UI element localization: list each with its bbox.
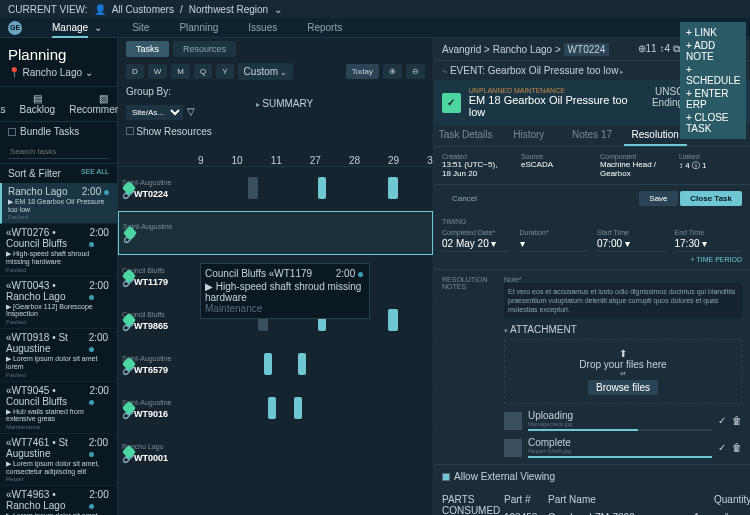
gantt-row[interactable]: Saint-Augustine🔗WT6579 — [118, 343, 433, 387]
user-icon: 👤 — [94, 4, 106, 15]
note-text[interactable]: Et vero eos et accusamus et iusto odio d… — [504, 283, 742, 318]
nav-planning[interactable]: Planning — [179, 18, 218, 37]
timing-field[interactable]: Duration* ▾ — [520, 229, 588, 252]
view-tasks[interactable]: ▦Tasks — [0, 93, 6, 115]
timing-field[interactable]: End Time17:30 ▾ — [675, 229, 743, 252]
view-backlog[interactable]: ▤Backlog — [20, 93, 56, 115]
maintenance-type: UNPLANNED MAINTENANCE — [469, 87, 637, 94]
part-row: 123458Gearbox LZM-73001 ⌄🗑 — [504, 509, 742, 515]
check-icon: ✓ — [442, 93, 461, 113]
gantt-panel: Tasks Resources D W M Q Y Custom ⌄ Today… — [118, 38, 434, 515]
breadcrumb[interactable]: Avangrid > Rancho Lago > — [442, 44, 561, 55]
cancel-button[interactable]: Cancel — [442, 191, 487, 206]
upload-icon: ⬆ — [513, 348, 733, 359]
detail-panel: Avangrid > Rancho Lago > WT0224 ⊕11 ↕4 ⧉… — [434, 38, 750, 515]
action-item[interactable]: + SCHEDULE — [684, 63, 742, 87]
action-item[interactable]: + LINK — [684, 26, 742, 39]
tab-resources[interactable]: Resources — [173, 41, 236, 57]
timing-field[interactable]: Completed Date*02 May 20 ▾ — [442, 229, 510, 252]
delete-icon[interactable]: 🗑 — [732, 415, 742, 426]
range-custom[interactable]: Custom ⌄ — [238, 63, 294, 80]
tab-tasks[interactable]: Tasks — [126, 41, 169, 57]
gantt-row[interactable]: Saint-Augustine🔗WT0224 — [118, 167, 433, 211]
task-item[interactable]: «WT0918 • St Augustine2:00 ▶ Lorem ipsum… — [0, 329, 117, 381]
chevron-down-icon[interactable]: ⌄ — [85, 67, 93, 78]
range-year[interactable]: Y — [216, 64, 233, 79]
detail-tab[interactable]: Notes 17 — [560, 125, 623, 146]
task-item[interactable]: «WT0043 • Rancho Lago2:00 ▶ [Gearbox 112… — [0, 277, 117, 329]
wt-badge: WT0224 — [564, 43, 610, 56]
range-quarter[interactable]: Q — [194, 64, 212, 79]
search-input[interactable] — [8, 145, 109, 159]
backlog-icon: ▤ — [20, 93, 56, 104]
page-subtitle: Rancho Lago — [23, 67, 83, 78]
nav-manage[interactable]: Manage — [52, 18, 88, 37]
customers-dropdown[interactable]: All Customers — [112, 4, 174, 15]
detail-tab[interactable]: Task Details — [434, 125, 497, 146]
range-week[interactable]: W — [148, 64, 168, 79]
parts-header: Part #Part NameQuantity — [504, 494, 742, 505]
ge-logo: GE — [8, 21, 22, 35]
upload-item: CompleteRepair-Shaft.jpg✓🗑 — [504, 437, 742, 458]
chevron-down-icon[interactable]: ⌄ — [94, 22, 102, 33]
tasks-icon: ▦ — [0, 93, 6, 104]
see-all-link[interactable]: SEE ALL — [81, 168, 109, 179]
actions-menu: + LINK+ ADD NOTE+ SCHEDULE+ ENTER ERP+ C… — [680, 22, 746, 139]
range-month[interactable]: M — [171, 64, 190, 79]
event-title: EM 18 Gearbox Oil Pressure too low — [469, 94, 637, 118]
gantt-row[interactable]: Saint-Augustine🔗 — [118, 211, 433, 255]
detail-tab[interactable]: History — [497, 125, 560, 146]
task-item[interactable]: Rancho Lago2:00 ▶ EM 18 Gearbox Oil Pres… — [0, 183, 117, 224]
add-time-period[interactable]: + TIME PERIOD — [442, 256, 742, 263]
file-dropzone[interactable]: ⬆ Drop your files here or Browse files — [504, 339, 742, 404]
region-dropdown[interactable]: Northwest Region — [189, 4, 268, 15]
check-icon: ✓ — [718, 442, 726, 453]
action-item[interactable]: + CLOSE TASK — [684, 111, 742, 135]
gantt-date-header: 910112728293012345678910 — [118, 139, 433, 167]
groupby-select[interactable]: Site/As... — [126, 105, 183, 120]
current-view-bar: CURRENT VIEW: 👤 All Customers / Northwes… — [0, 0, 750, 18]
browse-files-button[interactable]: Browse files — [588, 380, 658, 395]
delete-icon[interactable]: 🗑 — [732, 442, 742, 453]
sort-filter[interactable]: Sort & Filter — [8, 168, 61, 179]
zoom-in-icon[interactable]: ⊕ — [383, 64, 402, 79]
meta-row: Created13:51 (UTC−5), 18 Jun 20SourceeSC… — [434, 147, 750, 185]
zoom-out-icon[interactable]: ⊖ — [406, 64, 425, 79]
upload-item: UploadingManagement.jpg✓🗑 — [504, 410, 742, 431]
task-item[interactable]: «WT9045 • Council Bluffs2:00 ▶ Hub walls… — [0, 382, 117, 434]
gantt-row[interactable]: Rancho Lago🔗WT0001 — [118, 431, 433, 475]
nav-site[interactable]: Site — [132, 18, 149, 37]
task-item[interactable]: «WT7461 • St Augustine2:00 ▶ Lorem ipsum… — [0, 434, 117, 486]
close-task-button[interactable]: Close Task — [680, 191, 742, 206]
task-list: Rancho Lago2:00 ▶ EM 18 Gearbox Oil Pres… — [0, 183, 117, 515]
nav-issues[interactable]: Issues — [248, 18, 277, 37]
filter-icon[interactable]: ▽ — [187, 106, 195, 117]
save-button[interactable]: Save — [639, 191, 677, 206]
chevron-down-icon: ⌄ — [274, 4, 282, 15]
resolution-notes-label: RESOLUTION NOTES — [442, 276, 492, 454]
thumbnail — [504, 439, 522, 457]
gantt-row[interactable]: Saint-Augustine🔗WT9016 — [118, 387, 433, 431]
left-sidebar: Planning 📍 Rancho Lago ⌄ ▦Tasks ▤Backlog… — [0, 38, 118, 515]
task-item[interactable]: «WT0276 • Council Bluffs2:00 ▶ High-spee… — [0, 224, 117, 276]
gantt-row[interactable]: Council Bluffs🔗WT1179Council Bluffs «WT1… — [118, 255, 433, 299]
range-day[interactable]: D — [126, 64, 144, 79]
today-button[interactable]: Today — [346, 64, 379, 79]
action-item[interactable]: + ENTER ERP — [684, 87, 742, 111]
nav-reports[interactable]: Reports — [307, 18, 342, 37]
detail-tab[interactable]: Resolution — [624, 125, 687, 146]
summary-toggle[interactable]: SUMMARY — [262, 98, 313, 109]
current-view-label: CURRENT VIEW: — [8, 4, 88, 15]
show-resources-checkbox[interactable] — [126, 127, 134, 135]
thumbnail — [504, 412, 522, 430]
task-tooltip: Council Bluffs «WT11792:00 ▶ High-speed … — [200, 263, 370, 319]
allow-external-checkbox[interactable] — [442, 473, 450, 481]
timing-field[interactable]: Start Time07:00 ▾ — [597, 229, 665, 252]
parts-consumed-label: PARTS CONSUMED — [442, 494, 492, 515]
check-icon: ✓ — [718, 415, 726, 426]
action-item[interactable]: + ADD NOTE — [684, 39, 742, 63]
pin-icon: 📍 — [8, 67, 20, 78]
bundle-checkbox[interactable] — [8, 128, 16, 136]
task-item[interactable]: «WT4963 • Rancho Lago2:00 ▶ Lorem ipsum … — [0, 486, 117, 515]
timing-label: TIMING — [442, 218, 742, 225]
